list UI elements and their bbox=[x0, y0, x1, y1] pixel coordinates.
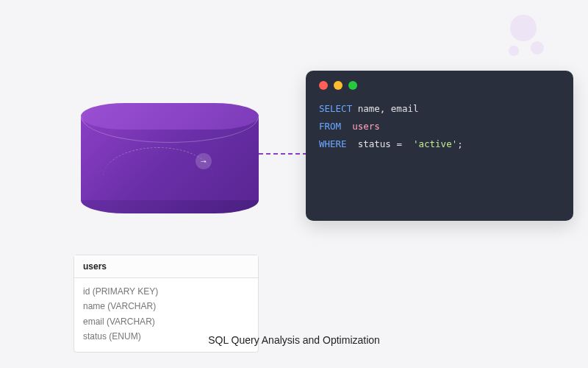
arrow-icon: → bbox=[196, 153, 212, 169]
sql-code: SELECT name, email FROM users WHERE stat… bbox=[319, 100, 560, 152]
figure-caption: SQL Query Analysis and Optimization bbox=[208, 334, 380, 346]
window-traffic-lights bbox=[319, 81, 560, 90]
sql-string: 'active' bbox=[413, 138, 457, 149]
connector-line bbox=[259, 153, 307, 155]
code-line: WHERE status = 'active'; bbox=[319, 135, 560, 153]
maximize-icon bbox=[348, 81, 357, 90]
bg-circle bbox=[531, 41, 544, 54]
bg-circle bbox=[509, 46, 519, 56]
code-text: = bbox=[396, 138, 402, 149]
bg-circle bbox=[510, 15, 537, 41]
code-line: FROM users bbox=[319, 118, 560, 135]
sql-keyword: WHERE bbox=[319, 138, 347, 149]
minimize-icon bbox=[334, 81, 343, 90]
code-line: SELECT name, email bbox=[319, 100, 560, 118]
sql-keyword: SELECT bbox=[319, 103, 352, 114]
sql-identifier: users bbox=[352, 121, 380, 132]
schema-column: email (VARCHAR) bbox=[83, 314, 249, 329]
code-window: SELECT name, email FROM users WHERE stat… bbox=[306, 71, 573, 221]
schema-table-name: users bbox=[74, 255, 258, 278]
code-text: ; bbox=[457, 138, 463, 149]
schema-column: id (PRIMARY KEY) bbox=[83, 284, 249, 299]
sql-keyword: FROM bbox=[319, 121, 341, 132]
close-icon bbox=[319, 81, 328, 90]
database-cylinder: → bbox=[81, 103, 259, 213]
code-text: status bbox=[358, 138, 391, 149]
code-text: name, email bbox=[352, 103, 418, 114]
schema-column: name (VARCHAR) bbox=[83, 299, 249, 314]
